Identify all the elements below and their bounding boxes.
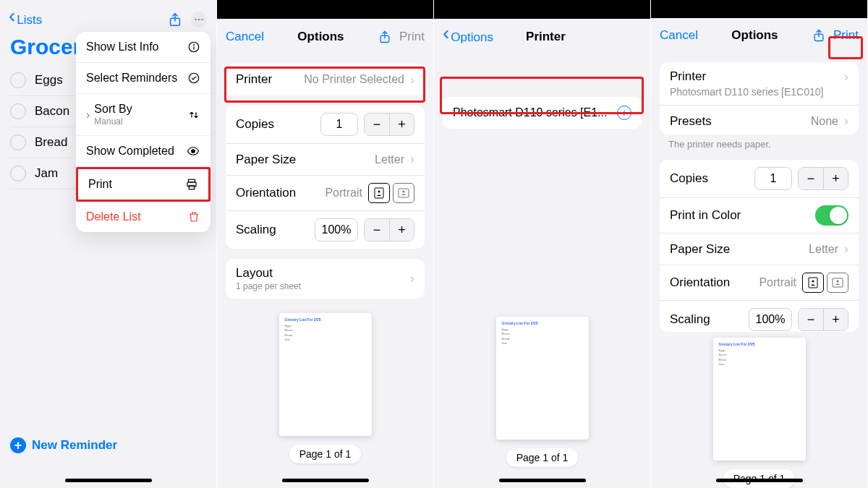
orientation-portrait-button[interactable] bbox=[368, 183, 390, 203]
share-icon[interactable] bbox=[167, 12, 183, 27]
chevron-right-icon: › bbox=[410, 152, 414, 167]
preview-page[interactable]: Grocery List For 2/25 Eggs Bacon Bread J… bbox=[279, 313, 372, 436]
home-indicator bbox=[65, 479, 152, 482]
printer-select-screen: Options Printer Photosmart D110 series [… bbox=[434, 0, 651, 488]
status-bar bbox=[651, 0, 867, 18]
layout-row[interactable]: Layout1 page per sheet › bbox=[226, 259, 425, 299]
plus-button[interactable]: + bbox=[389, 114, 414, 135]
menu-print[interactable]: Print bbox=[76, 167, 210, 202]
menu-select-reminders[interactable]: Select Reminders bbox=[76, 63, 210, 94]
navbar: Cancel Options Print bbox=[651, 18, 867, 52]
plus-icon: + bbox=[10, 437, 26, 453]
checkbox-icon[interactable] bbox=[10, 72, 26, 88]
preview-area: Grocery List For 2/25 Eggs Bacon Bread J… bbox=[217, 299, 433, 488]
printer-row[interactable]: Printer › Photosmart D110 series [E1C010… bbox=[660, 62, 859, 106]
new-reminder-button[interactable]: + New Reminder bbox=[10, 437, 117, 453]
color-toggle[interactable] bbox=[815, 205, 848, 226]
printer-section: Printer › Photosmart D110 series [E1C010… bbox=[660, 62, 859, 134]
printer-status-note: The printer needs paper. bbox=[651, 134, 867, 150]
checkbox-icon[interactable] bbox=[10, 134, 26, 150]
more-icon[interactable] bbox=[190, 11, 208, 28]
svg-rect-19 bbox=[809, 278, 817, 288]
menu-show-completed[interactable]: Show Completed bbox=[76, 136, 210, 167]
svg-rect-16 bbox=[399, 189, 409, 197]
minus-button[interactable]: − bbox=[799, 168, 823, 189]
menu-show-list-info[interactable]: Show List Info bbox=[76, 32, 210, 63]
paper-size-row[interactable]: Paper Size Letter› bbox=[660, 234, 859, 265]
share-icon[interactable] bbox=[812, 28, 826, 43]
home-indicator bbox=[499, 479, 586, 482]
print-button-disabled: Print bbox=[399, 30, 425, 44]
printer-row[interactable]: Printer No Printer Selected› bbox=[226, 64, 425, 95]
menu-sort-by[interactable]: › Sort ByManual bbox=[76, 94, 210, 136]
copies-row: Copies 1 −+ bbox=[660, 160, 859, 198]
paper-size-row[interactable]: Paper Size Letter› bbox=[226, 144, 425, 176]
menu-delete-list[interactable]: Delete List bbox=[76, 202, 210, 232]
scaling-stepper[interactable]: −+ bbox=[364, 218, 414, 241]
orientation-landscape-button[interactable] bbox=[393, 183, 414, 203]
scaling-value[interactable]: 100% bbox=[749, 308, 792, 331]
copies-row: Copies 1 −+ bbox=[226, 106, 425, 144]
reminders-screen: Lists Grocery Eggs Bacon Bread Jam Show … bbox=[0, 0, 217, 488]
chevron-right-icon: › bbox=[410, 72, 414, 87]
share-icon[interactable] bbox=[378, 30, 392, 44]
eye-icon bbox=[186, 145, 200, 158]
chevron-right-icon: › bbox=[844, 241, 848, 257]
scaling-stepper[interactable]: −+ bbox=[798, 308, 848, 331]
svg-rect-14 bbox=[375, 188, 383, 198]
info-icon[interactable]: i bbox=[617, 106, 631, 120]
orientation-row: Orientation Portrait bbox=[226, 176, 425, 211]
printer-section: Printer No Printer Selected› bbox=[226, 64, 425, 95]
checkbox-icon[interactable] bbox=[10, 166, 26, 181]
print-button[interactable]: Print bbox=[833, 28, 859, 43]
copies-value[interactable]: 1 bbox=[320, 113, 358, 136]
chevron-right-icon: › bbox=[844, 69, 848, 85]
minus-button[interactable]: − bbox=[365, 114, 389, 135]
plus-button[interactable]: + bbox=[823, 309, 848, 330]
print-options-noprinter: Cancel Options Print Printer No Printer … bbox=[217, 0, 434, 488]
copies-stepper[interactable]: −+ bbox=[798, 167, 848, 190]
home-indicator bbox=[282, 479, 369, 482]
preview-page[interactable]: Grocery List For 2/25 Eggs Bacon Bread J… bbox=[496, 317, 589, 440]
back-button[interactable]: Options bbox=[443, 29, 493, 45]
printer-option[interactable]: Photosmart D110 series [E1... i bbox=[443, 97, 642, 129]
checkbox-icon[interactable] bbox=[10, 103, 26, 119]
page-title: Printer bbox=[493, 30, 598, 44]
back-button[interactable]: Lists bbox=[9, 12, 42, 27]
svg-rect-12 bbox=[189, 186, 195, 189]
orientation-portrait-button[interactable] bbox=[802, 273, 824, 293]
chevron-right-icon: › bbox=[86, 108, 90, 121]
scaling-value[interactable]: 100% bbox=[315, 218, 358, 241]
minus-button[interactable]: − bbox=[365, 219, 389, 241]
page-indicator: Page 1 of 1 bbox=[506, 448, 579, 467]
cancel-button[interactable]: Cancel bbox=[660, 28, 698, 43]
preview-page[interactable]: Grocery List For 2/25 Eggs Bacon Bread J… bbox=[713, 338, 806, 461]
page-indicator: Page 1 of 1 bbox=[289, 445, 362, 463]
print-in-color-row[interactable]: Print in Color bbox=[660, 198, 859, 234]
home-indicator bbox=[716, 479, 803, 482]
page-settings-section: Copies 1 −+ Paper Size Letter› Orientati… bbox=[226, 106, 425, 249]
presets-row[interactable]: Presets None› bbox=[660, 106, 859, 134]
check-circle-icon bbox=[187, 72, 200, 85]
svg-point-4 bbox=[201, 19, 203, 21]
page-settings-section: Copies 1 −+ Print in Color Paper Size Le… bbox=[660, 160, 859, 332]
orientation-row: Orientation Portrait bbox=[660, 265, 859, 301]
svg-point-17 bbox=[403, 191, 405, 193]
svg-point-7 bbox=[194, 45, 195, 46]
layout-section: Layout1 page per sheet › bbox=[226, 259, 425, 299]
context-menu: Show List Info Select Reminders › Sort B… bbox=[76, 32, 210, 232]
copies-value[interactable]: 1 bbox=[754, 167, 792, 190]
plus-button[interactable]: + bbox=[823, 168, 848, 189]
scaling-row: Scaling 100% −+ bbox=[226, 211, 425, 249]
preview-area: Grocery List For 2/25 Eggs Bacon Bread J… bbox=[651, 332, 867, 488]
orientation-landscape-button[interactable] bbox=[827, 273, 848, 293]
minus-button[interactable]: − bbox=[799, 309, 823, 330]
svg-point-15 bbox=[378, 191, 380, 193]
copies-stepper[interactable]: −+ bbox=[364, 113, 414, 136]
plus-button[interactable]: + bbox=[389, 219, 414, 241]
page-title: Options bbox=[698, 28, 812, 43]
sort-arrows-icon bbox=[187, 108, 200, 121]
cancel-button[interactable]: Cancel bbox=[226, 30, 264, 44]
print-options-ready: Cancel Options Print Printer › Photosmar… bbox=[651, 0, 868, 488]
scaling-row: Scaling 100% −+ bbox=[660, 301, 859, 332]
